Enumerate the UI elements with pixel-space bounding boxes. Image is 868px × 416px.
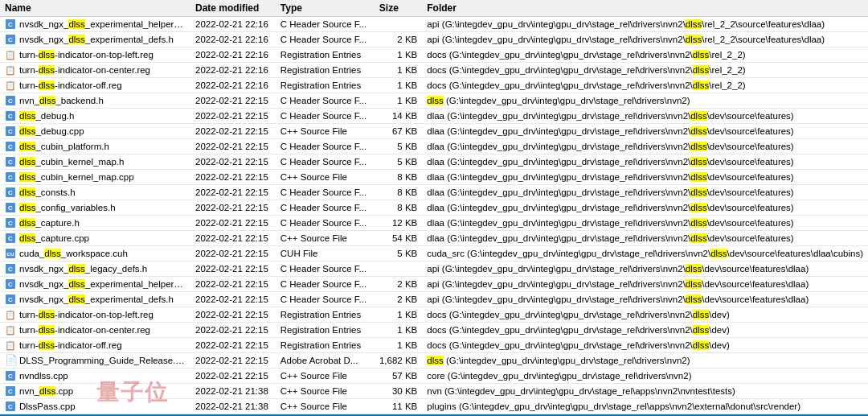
file-folder: dlss (G:\integdev_gpu_drv\integ\gpu_drv\… (422, 93, 868, 109)
dlss-highlight: dlss (686, 279, 702, 289)
table-row[interactable]: Cdlss_debug.cpp2022-02-21 22:15C++ Sourc… (0, 124, 868, 139)
table-row[interactable]: 📋turn-dlss-indicator-on-center.reg2022-0… (0, 63, 868, 78)
file-name-cell: Cdlss_cubin_platform.h (0, 139, 190, 154)
file-date: 2022-02-21 22:15 (190, 216, 276, 231)
h-icon: C (5, 263, 16, 274)
file-name-text: nvsdk_ngx_dlss_experimental_helpers.h (19, 19, 186, 29)
col-header-type[interactable]: Type (276, 0, 375, 17)
table-row[interactable]: 📋turn-dlss-indicator-on-top-left.reg2022… (0, 47, 868, 63)
file-folder: docs (G:\integdev_gpu_drv\integ\gpu_drv\… (422, 47, 868, 63)
file-name-cell: 📄DLSS_Programming_Guide_Release.pdf (0, 353, 190, 369)
file-name-cell: Cdlss_debug.cpp (0, 124, 190, 139)
file-size: 14 KB (375, 109, 422, 124)
table-row[interactable]: 📄DLSS_Programming_Guide_Release.pdf2022-… (0, 353, 868, 369)
file-date: 2022-02-21 22:15 (190, 307, 276, 323)
file-size: 54 KB (375, 231, 422, 246)
file-size: 5 KB (375, 246, 422, 262)
file-folder: dlaa (G:\integdev_gpu_drv\integ\gpu_drv\… (422, 154, 868, 170)
svg-text:cu: cu (6, 250, 14, 257)
col-header-size[interactable]: Size (375, 0, 422, 17)
file-name-text: nvsdk_ngx_dlss_experimental_defs.h (19, 294, 174, 304)
svg-text:C: C (8, 128, 13, 135)
file-date: 2022-02-21 22:16 (190, 17, 276, 32)
dlss-highlight: dlss (690, 157, 706, 167)
table-row[interactable]: 📋turn-dlss-indicator-on-top-left.reg2022… (0, 307, 868, 323)
file-size: 1,682 KB (375, 353, 422, 369)
file-date: 2022-02-21 22:15 (190, 353, 276, 369)
file-date: 2022-02-21 22:15 (190, 93, 276, 109)
table-row[interactable]: Cdlss_consts.h2022-02-21 22:15C Header S… (0, 185, 868, 200)
file-name-text: nvn_dlss_backend.h (19, 96, 104, 105)
table-row[interactable]: Cnvn_dlss.cpp2022-02-21 21:38C++ Source … (0, 384, 868, 399)
file-date: 2022-02-21 22:15 (190, 338, 276, 353)
file-name-text: nvsdk_ngx_dlss_experimental_defs.h (19, 35, 174, 44)
table-row[interactable]: 📋turn-dlss-indicator-off.reg2022-02-21 2… (0, 338, 868, 353)
table-row[interactable]: CDlssPass.cpp2022-02-21 21:38C++ Source … (0, 399, 868, 414)
table-row[interactable]: Cnvsdk_ngx_dlss_experimental_defs.h2022-… (0, 292, 868, 307)
file-folder: docs (G:\integdev_gpu_drv\integ\gpu_drv\… (422, 323, 868, 338)
cpp-icon: C (5, 126, 16, 137)
dlss-highlight: dlss (693, 310, 709, 319)
file-size: 8 KB (375, 170, 422, 185)
h-icon: C (5, 19, 16, 30)
file-size: 1 KB (375, 93, 422, 109)
table-row[interactable]: 📋turn-dlss-indicator-on-center.reg2022-0… (0, 323, 868, 338)
svg-text:C: C (8, 97, 13, 105)
table-row[interactable]: Cdlss_capture.cpp2022-02-21 22:15C++ Sou… (0, 231, 868, 246)
file-type: Registration Entries (276, 78, 375, 93)
table-row[interactable]: Cdlss_config_variables.h2022-02-21 22:15… (0, 200, 868, 216)
h-icon: C (5, 156, 16, 167)
table-row[interactable]: Cdlss_cubin_platform.h2022-02-21 22:15C … (0, 139, 868, 154)
table-row[interactable]: 📋turn-dlss-indicator-off.reg2022-02-21 2… (0, 78, 868, 93)
file-size: 1 KB (375, 338, 422, 353)
file-name-text: turn-dlss-indicator-on-top-left.reg (19, 310, 154, 319)
col-header-date[interactable]: Date modified (190, 0, 276, 17)
table-header: Name Date modified Type Size Folder (0, 0, 868, 17)
file-date: 2022-02-21 22:15 (190, 185, 276, 200)
file-name-text: dlss_capture.cpp (19, 233, 89, 243)
dlss-highlight: dlss (690, 233, 706, 243)
file-name-cell: Cdlss_debug.h (0, 109, 190, 124)
file-type: CUH File (276, 246, 375, 262)
table-row[interactable]: Cnvsdk_ngx_dlss_experimental_defs.h2022-… (0, 32, 868, 47)
file-name-text: turn-dlss-indicator-off.reg (19, 340, 122, 350)
file-name-cell: Cdlss_config_variables.h (0, 200, 190, 216)
file-type: C Header Source F... (276, 109, 375, 124)
file-folder: api (G:\integdev_gpu_drv\integ\gpu_drv\s… (422, 277, 868, 292)
table-row[interactable]: Cnvsdk_ngx_dlss_experimental_helpers.h20… (0, 277, 868, 292)
file-size: 5 KB (375, 154, 422, 170)
table-row[interactable]: Cnvsdk_ngx_dlss_legacy_defs.h2022-02-21 … (0, 262, 868, 277)
col-header-name[interactable]: Name (0, 0, 190, 17)
svg-text:C: C (8, 174, 13, 181)
file-name-cell: Cnvsdk_ngx_dlss_experimental_helpers.h (0, 17, 190, 32)
file-name-cell: Cdlss_consts.h (0, 185, 190, 200)
svg-text:C: C (8, 235, 13, 242)
file-type: C Header Source F... (276, 139, 375, 154)
dlss-highlight: dlss (693, 80, 709, 90)
reg-icon: 📋 (5, 309, 16, 320)
scroll-area[interactable]: Name Date modified Type Size Folder Cnvs… (0, 0, 868, 416)
col-header-folder[interactable]: Folder (422, 0, 868, 17)
table-row[interactable]: Cnvndlss.cpp2022-02-21 22:15C++ Source F… (0, 369, 868, 384)
file-name-cell: Cnvn_dlss.cpp (0, 384, 190, 399)
reg-icon: 📋 (5, 340, 16, 351)
table-row[interactable]: Cdlss_cubin_kernel_map.h2022-02-21 22:15… (0, 154, 868, 170)
file-date: 2022-02-21 21:38 (190, 384, 276, 399)
dlss-highlight: dlss (693, 50, 709, 60)
table-row[interactable]: Cdlss_capture.h2022-02-21 22:15C Header … (0, 216, 868, 231)
file-size: 1 KB (375, 47, 422, 63)
file-folder: dlaa (G:\integdev_gpu_drv\integ\gpu_drv\… (422, 170, 868, 185)
table-row[interactable]: Cdlss_debug.h2022-02-21 22:15C Header So… (0, 109, 868, 124)
file-type: C Header Source F... (276, 277, 375, 292)
file-table: Name Date modified Type Size Folder Cnvs… (0, 0, 868, 416)
file-name-cell: CDlssPass.cpp (0, 399, 190, 414)
table-row[interactable]: Cnvsdk_ngx_dlss_experimental_helpers.h20… (0, 17, 868, 32)
file-type: Registration Entries (276, 338, 375, 353)
file-type: Registration Entries (276, 47, 375, 63)
file-name-text: dlss_consts.h (19, 187, 76, 197)
table-row[interactable]: cucuda_dlss_workspace.cuh2022-02-21 22:1… (0, 246, 868, 262)
svg-text:C: C (8, 220, 13, 227)
table-row[interactable]: Cdlss_cubin_kernel_map.cpp2022-02-21 22:… (0, 170, 868, 185)
file-date: 2022-02-21 22:15 (190, 154, 276, 170)
table-row[interactable]: Cnvn_dlss_backend.h2022-02-21 22:15C Hea… (0, 93, 868, 109)
